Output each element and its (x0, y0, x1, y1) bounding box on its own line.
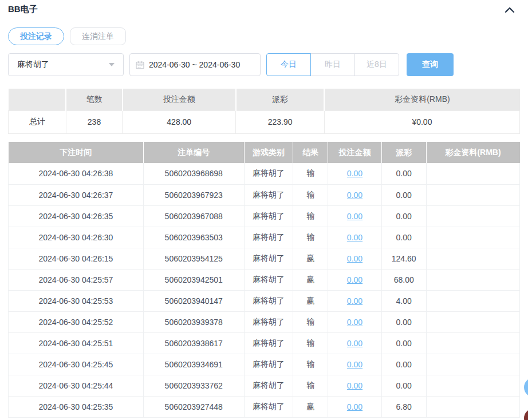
bet-amount-link[interactable]: 0.00 (347, 402, 362, 411)
bet-time-cell: 2024-06-30 04:25:35 (9, 396, 144, 417)
bet-time-cell: 2024-06-30 04:25:51 (9, 332, 144, 354)
column-header (9, 89, 66, 110)
table-row: 2024-06-30 04:26:355060203967088麻将胡了输0.0… (9, 205, 520, 227)
payout-cell: 0.00 (381, 375, 426, 396)
bonus-cell (426, 396, 519, 417)
result-cell: 赢 (293, 396, 328, 417)
records-body: 2024-06-30 04:26:385060203968698麻将胡了输0.0… (9, 163, 520, 417)
bet-amount-cell: 0.00 (328, 375, 382, 396)
search-button[interactable]: 查询 (407, 53, 454, 76)
tab-cancelled-bets[interactable]: 连消注单 (70, 27, 126, 45)
range-last8days-button[interactable]: 近8日 (354, 53, 399, 76)
payout-cell: 0.00 (381, 184, 426, 205)
game-select-value: 麻将胡了 (17, 60, 109, 70)
game-type-cell: 麻将胡了 (244, 205, 293, 227)
summary-count: 238 (66, 110, 122, 133)
result-cell: 输 (293, 311, 328, 332)
column-header: 投注金额 (123, 89, 236, 110)
bonus-cell (426, 354, 519, 375)
game-select[interactable]: 麻将胡了 (8, 53, 124, 76)
table-row: 2024-06-30 04:25:455060203934691麻将胡了输0.0… (9, 354, 520, 375)
result-cell: 赢 (293, 269, 328, 290)
bonus-cell (426, 248, 519, 269)
game-type-cell: 麻将胡了 (244, 184, 293, 205)
game-type-cell: 麻将胡了 (244, 396, 293, 417)
bet-amount-link[interactable]: 0.00 (347, 381, 362, 390)
summary-total-row: 总计 238 428.00 223.90 ¥0.00 (9, 110, 520, 133)
result-cell: 输 (293, 205, 328, 227)
bet-amount-cell: 0.00 (328, 227, 382, 248)
column-header: 结果 (293, 142, 328, 163)
payout-cell: 0.00 (381, 227, 426, 248)
bet-time-cell: 2024-06-30 04:25:44 (9, 375, 144, 396)
game-type-cell: 麻将胡了 (244, 311, 293, 332)
summary-bonus: ¥0.00 (324, 110, 519, 133)
result-cell: 赢 (293, 248, 328, 269)
slip-number-cell: 5060203963503 (143, 227, 244, 248)
bonus-cell (426, 163, 519, 184)
payout-cell: 68.00 (381, 269, 426, 290)
betting-records-panel: BB电子 投注记录 连消注单 麻将胡了 (0, 0, 528, 420)
table-row: 2024-06-30 04:25:515060203938617麻将胡了输0.0… (9, 332, 520, 354)
slip-number-cell: 5060203940147 (143, 290, 244, 311)
date-range-input[interactable]: 2024-06-30 ~ 2024-06-30 (129, 53, 261, 76)
bet-amount-link[interactable]: 0.00 (347, 191, 362, 200)
bet-time-cell: 2024-06-30 04:25:57 (9, 269, 144, 290)
floating-widget-blue[interactable] (524, 378, 528, 397)
bet-amount-link[interactable]: 0.00 (347, 318, 362, 327)
bet-amount-link[interactable]: 0.00 (347, 212, 362, 221)
table-row: 2024-06-30 04:26:305060203963503麻将胡了输0.0… (9, 227, 520, 248)
bonus-cell (426, 375, 519, 396)
quick-range-group: 今日 昨日 近8日 (266, 53, 399, 76)
slip-number-cell: 5060203939378 (143, 311, 244, 332)
bonus-cell (426, 184, 519, 205)
range-today-button[interactable]: 今日 (266, 53, 311, 76)
bet-time-cell: 2024-06-30 04:25:45 (9, 354, 144, 375)
bet-amount-link[interactable]: 0.00 (347, 233, 362, 242)
result-cell: 输 (293, 354, 328, 375)
bet-amount-cell: 0.00 (328, 290, 382, 311)
bet-amount-cell: 0.00 (328, 354, 382, 375)
game-type-cell: 麻将胡了 (244, 163, 293, 184)
bet-amount-cell: 0.00 (328, 184, 382, 205)
bonus-cell (426, 269, 519, 290)
result-cell: 输 (293, 227, 328, 248)
tab-betting-records[interactable]: 投注记录 (8, 27, 64, 45)
table-row: 2024-06-30 04:25:355060203927448麻将胡了赢0.0… (9, 396, 520, 417)
record-type-tabs: 投注记录 连消注单 (8, 27, 126, 45)
game-type-cell: 麻将胡了 (244, 354, 293, 375)
bet-time-cell: 2024-06-30 04:26:37 (9, 184, 144, 205)
range-yesterday-button[interactable]: 昨日 (310, 53, 355, 76)
table-row: 2024-06-30 04:26:375060203967923麻将胡了输0.0… (9, 184, 520, 205)
slip-number-cell: 5060203967923 (143, 184, 244, 205)
bet-amount-link[interactable]: 0.00 (347, 169, 362, 178)
bet-amount-link[interactable]: 0.00 (347, 360, 362, 369)
records-table: 下注时间注单编号游戏类别结果投注金额派彩彩金资料(RMB) 2024-06-30… (8, 142, 520, 418)
bet-amount-link[interactable]: 0.00 (347, 254, 362, 263)
bet-amount-cell: 0.00 (328, 205, 382, 227)
column-header: 下注时间 (9, 142, 144, 163)
chevron-up-icon[interactable] (504, 5, 515, 15)
payout-cell: 0.00 (381, 205, 426, 227)
table-row: 2024-06-30 04:25:525060203939378麻将胡了输0.0… (9, 311, 520, 332)
table-row: 2024-06-30 04:25:445060203933762麻将胡了输0.0… (9, 375, 520, 396)
bet-amount-cell: 0.00 (328, 248, 382, 269)
bet-amount-link[interactable]: 0.00 (347, 339, 362, 348)
table-row: 2024-06-30 04:26:155060203954125麻将胡了赢0.0… (9, 248, 520, 269)
bet-time-cell: 2024-06-30 04:25:52 (9, 311, 144, 332)
bet-amount-link[interactable]: 0.00 (347, 296, 362, 306)
column-header: 彩金资料(RMB) (324, 89, 519, 110)
bet-amount-link[interactable]: 0.00 (347, 275, 362, 284)
table-row: 2024-06-30 04:25:535060203940147麻将胡了赢0.0… (9, 290, 520, 311)
bet-amount-cell: 0.00 (328, 396, 382, 417)
bet-time-cell: 2024-06-30 04:26:38 (9, 163, 144, 184)
column-header: 游戏类别 (244, 142, 293, 163)
result-cell: 赢 (293, 290, 328, 311)
column-header: 彩金资料(RMB) (426, 142, 519, 163)
result-cell: 输 (293, 163, 328, 184)
summary-payout: 223.90 (236, 110, 324, 133)
slip-number-cell: 5060203967088 (143, 205, 244, 227)
floating-widget-red[interactable] (524, 409, 528, 420)
calendar-icon (136, 61, 144, 69)
records-header-row: 下注时间注单编号游戏类别结果投注金额派彩彩金资料(RMB) (9, 142, 520, 163)
